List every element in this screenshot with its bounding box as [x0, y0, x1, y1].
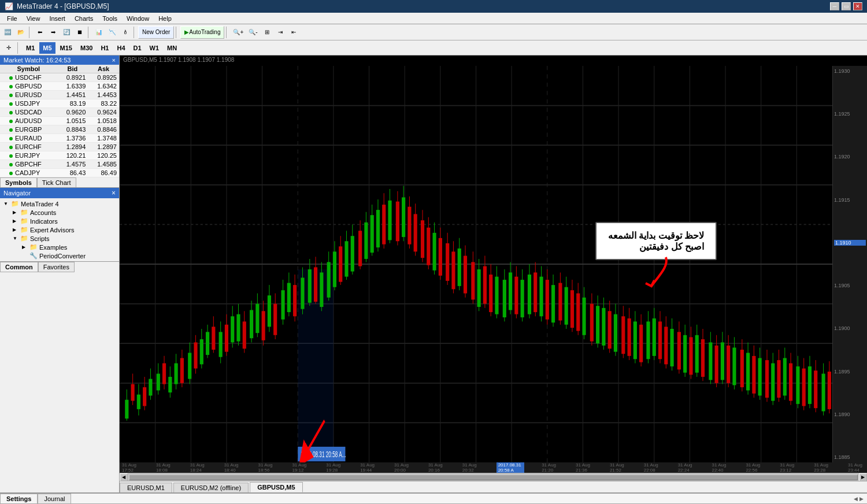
scroll-right-btn[interactable]: ▶ [859, 473, 867, 481]
svg-rect-215 [701, 339, 705, 377]
menu-tools[interactable]: Tools [98, 14, 122, 23]
svg-rect-191 [628, 318, 631, 356]
svg-rect-167 [551, 285, 555, 323]
svg-rect-203 [664, 327, 668, 364]
time-axis: 31 Aug 17:52 31 Aug 18:08 31 Aug 18:24 3… [120, 462, 867, 473]
time-label-4: 31 Aug 18:56 [258, 462, 275, 473]
market-watch-row[interactable]: EURAUD 1.3736 1.3748 [0, 134, 119, 143]
market-watch-row[interactable]: EURUSD 1.4451 1.4453 [0, 91, 119, 99]
market-watch-row[interactable]: USDJPY 83.19 83.22 [0, 99, 119, 108]
restore-button[interactable]: ▭ [842, 2, 851, 10]
nav-item-icon: 📁 [20, 209, 28, 216]
chart-tab-gbpusd-m5[interactable]: GBPUSD,M5 [250, 482, 302, 492]
mw-tab-tickchart[interactable]: Tick Chart [37, 177, 76, 187]
market-watch-row[interactable]: EURGBP 0.8843 0.8846 [0, 125, 119, 134]
market-watch-row[interactable]: CADJPY 86.43 86.49 [0, 169, 119, 177]
period-d1[interactable]: D1 [130, 42, 145, 54]
time-label-9: 31 Aug 20:16 [428, 462, 445, 473]
navigator-close[interactable]: × [112, 189, 116, 197]
scroll-thumb[interactable] [129, 475, 858, 480]
menu-window[interactable]: Window [122, 14, 154, 23]
period-w1[interactable]: W1 [146, 42, 163, 54]
svg-rect-171 [565, 287, 568, 325]
market-watch-row[interactable]: EURJPY 120.21 120.25 [0, 151, 119, 160]
new-btn[interactable]: 🆕 [1, 26, 14, 39]
nav-item-examples[interactable]: ▶ 📁 Examples [1, 243, 118, 251]
period-h4[interactable]: H4 [113, 42, 128, 54]
time-label-11: 31 Aug 21:20 [542, 462, 558, 473]
menu-charts[interactable]: Charts [70, 14, 98, 23]
market-watch-close[interactable]: × [112, 57, 116, 64]
bid-price: 86.43 [57, 169, 88, 177]
symbol-name: USDCAD [0, 108, 57, 117]
zoom-out-btn[interactable]: 🔍- [246, 26, 260, 39]
nav-item-metatrader-4[interactable]: ▼ 📁 MetaTrader 4 [1, 199, 118, 208]
chart-tab-eurusd-m1[interactable]: EURUSD,M1 [120, 483, 172, 492]
period-m5[interactable]: M5 [39, 42, 55, 54]
nav-tab-common[interactable]: Common [0, 262, 38, 272]
stop-btn[interactable]: ⏹ [73, 26, 86, 39]
line-chart-btn[interactable]: 📊 [92, 26, 105, 39]
period-m15[interactable]: M15 [57, 42, 76, 54]
svg-rect-173 [570, 290, 574, 328]
nav-item-periodconverter[interactable]: 🔧 PeriodConverter [1, 251, 118, 260]
svg-rect-113 [382, 205, 386, 244]
chart-section: GBPUSD,M5 1.1907 1.1908 1.1907 1.1908 [120, 55, 867, 492]
nav-item-indicators[interactable]: ▶ 📁 Indicators [1, 217, 118, 225]
menu-help[interactable]: Help [154, 14, 176, 23]
grid-btn[interactable]: ⊞ [261, 26, 273, 39]
svg-rect-179 [590, 304, 594, 342]
menubar: File View Insert Charts Tools Window Hel… [0, 13, 867, 24]
market-watch-row[interactable]: USDCHF 0.8921 0.8925 [0, 73, 119, 82]
menu-file[interactable]: File [2, 14, 22, 23]
scroll-left-btn[interactable]: ◀ [120, 473, 128, 481]
chart-tab-eurusd-m2[interactable]: EURUSD,M2 (offline) [173, 483, 249, 492]
nav-tab-favorites[interactable]: Favorites [38, 262, 75, 272]
period-m30[interactable]: M30 [77, 42, 96, 54]
tab-settings[interactable]: Settings [0, 494, 38, 503]
ask-price: 1.4453 [88, 91, 119, 99]
market-watch-row[interactable]: EURCHF 1.2894 1.2897 [0, 143, 119, 151]
market-watch-row[interactable]: USDCAD 0.9620 0.9624 [0, 108, 119, 117]
nav-item-icon: 📁 [11, 200, 19, 207]
nav-item-scripts[interactable]: ▼ 📁 Scripts [1, 234, 118, 243]
period-mn[interactable]: MN [164, 42, 180, 54]
new-order-btn[interactable]: New Order [138, 26, 174, 39]
back-btn[interactable]: ⬅ [34, 26, 46, 39]
menu-view[interactable]: View [22, 14, 45, 23]
open-btn[interactable]: 📂 [14, 26, 27, 39]
tab-journal[interactable]: Journal [38, 494, 71, 503]
autotrading-btn[interactable]: ▶ AutoTrading [180, 26, 224, 39]
at-icon: ▶ [184, 29, 189, 35]
zoom-in-btn[interactable]: 🔍+ [231, 26, 246, 39]
price-current: 1.1910 [834, 240, 866, 246]
period-m1[interactable]: M1 [23, 42, 38, 54]
market-watch-row[interactable]: GBPCHF 1.4575 1.4585 [0, 160, 119, 169]
market-watch-row[interactable]: AUDUSD 1.0515 1.0518 [0, 117, 119, 125]
nav-expand-icon: ▶ [13, 218, 18, 224]
crosshair-btn[interactable]: ✛ [2, 42, 15, 54]
market-watch-row[interactable]: GBPUSD 1.6339 1.6342 [0, 82, 119, 91]
refresh-btn[interactable]: 🔄 [60, 26, 73, 39]
svg-rect-119 [402, 197, 405, 237]
nav-item-expert-advisors[interactable]: ▶ 📁 Expert Advisors [1, 225, 118, 234]
period-h1[interactable]: H1 [97, 42, 112, 54]
svg-rect-129 [432, 233, 436, 270]
svg-rect-117 [396, 202, 399, 242]
svg-rect-181 [596, 306, 599, 343]
left-panel: Market Watch: 16:24:53 × Symbol Bid Ask … [0, 55, 120, 492]
menu-insert[interactable]: Insert [45, 14, 70, 23]
bar-chart-btn[interactable]: 📉 [106, 26, 118, 39]
forward-btn[interactable]: ➡ [47, 26, 60, 39]
svg-rect-195 [639, 325, 643, 362]
svg-rect-233 [758, 358, 762, 395]
minimize-button[interactable]: ─ [830, 2, 839, 10]
time-label-6: 31 Aug 19:28 [326, 462, 343, 473]
close-button[interactable]: ✕ [853, 2, 862, 10]
svg-rect-175 [576, 294, 580, 331]
scroll-end-btn[interactable]: ⇤ [287, 26, 300, 39]
candle-btn[interactable]: 🕯 [119, 26, 132, 39]
nav-item-accounts[interactable]: ▶ 📁 Accounts [1, 208, 118, 217]
mw-tab-symbols[interactable]: Symbols [0, 177, 37, 187]
chart-shift-btn[interactable]: ⇥ [274, 26, 287, 39]
